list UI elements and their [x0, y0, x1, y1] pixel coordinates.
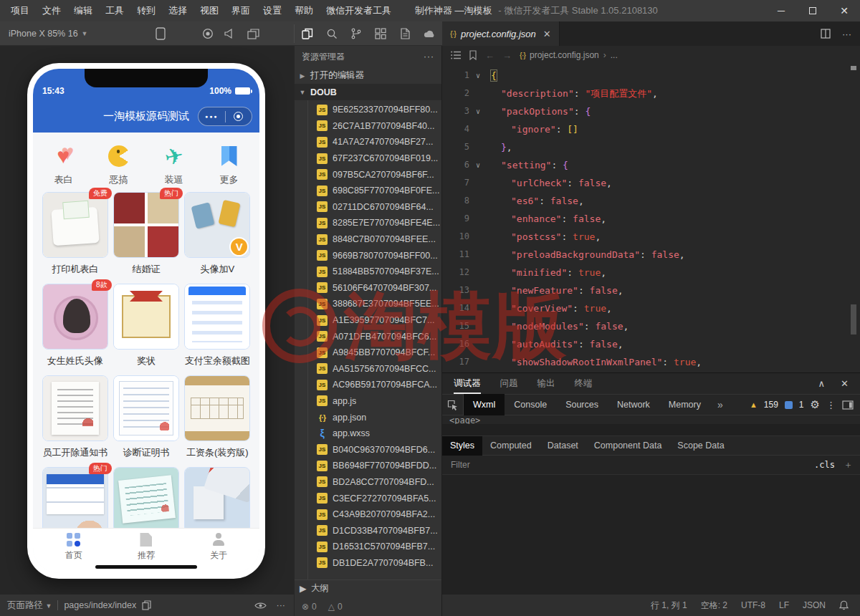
file-row[interactable]: JS698C85F7707094BF0FE... [295, 183, 441, 199]
template-card[interactable]: 热门结婚证 [111, 192, 181, 280]
template-card[interactable]: 诊断证明书 [111, 375, 181, 463]
file-row[interactable]: JS097B5CA2707094BF6F... [295, 166, 441, 183]
devtools-tab-network[interactable]: Network [608, 394, 659, 415]
panel-splitter[interactable] [442, 424, 860, 436]
styles-tab-component-data[interactable]: Component Data [586, 436, 670, 456]
inspect-element-icon[interactable] [442, 394, 464, 415]
file-row[interactable]: JS02711DC6707094BF64... [295, 199, 441, 216]
collapse-panel-icon[interactable]: ∧ [818, 378, 826, 389]
file-row[interactable]: JSBD2A8CC7707094BFD... [295, 474, 441, 491]
status-item[interactable]: UTF-8 [741, 600, 765, 610]
file-row[interactable]: JSC43A9B20707094BFA2... [295, 506, 441, 523]
menu-item[interactable]: 视图 [194, 4, 225, 17]
bookmark-icon[interactable] [469, 50, 477, 60]
styles-tab-computed[interactable]: Computed [482, 436, 540, 456]
more-dots-icon[interactable]: ●●● [199, 114, 225, 119]
devtools-tab-memory[interactable]: Memory [659, 394, 710, 415]
file-row[interactable]: JS67F237C6707094BF019... [295, 150, 441, 167]
problems-summary[interactable]: ⊗ 0 △ 0 [295, 597, 441, 616]
home-indicator[interactable] [95, 565, 197, 569]
status-item[interactable]: 空格: 2 [701, 600, 727, 612]
debugger-tab-调试器[interactable]: 调试器 [454, 373, 481, 394]
category-item[interactable]: 更多 [206, 143, 253, 186]
tab-project-config-json[interactable]: {·} project.config.json ✕ [442, 21, 560, 46]
file-row[interactable]: JSC3ECF272707094BFA5... [295, 490, 441, 506]
menu-item[interactable]: 项目 [4, 4, 36, 17]
template-card[interactable]: 员工开除通知书 [40, 375, 110, 463]
mute-icon[interactable] [222, 21, 236, 46]
dock-side-icon[interactable] [842, 400, 854, 410]
close-panel-icon[interactable]: ✕ [841, 378, 849, 389]
tabbar-item-tag[interactable]: 推荐 [121, 533, 171, 562]
file-row[interactable]: JSapp.js [295, 393, 441, 410]
file-row[interactable]: JS56106F64707094BF307... [295, 280, 441, 297]
copy-path-icon[interactable] [142, 600, 151, 610]
template-card[interactable]: 奖状 [111, 284, 181, 372]
outline-list-icon[interactable] [451, 51, 461, 59]
fold-icon[interactable]: ∨ [469, 156, 487, 174]
devtools-tab-wxml[interactable]: Wxml [464, 394, 505, 415]
message-flag-icon[interactable] [785, 401, 793, 409]
tabbar-item-home[interactable]: 首页 [49, 533, 99, 562]
back-arrow-icon[interactable]: ← [485, 50, 494, 61]
bell-icon[interactable] [839, 600, 849, 610]
debugger-tab-终端[interactable]: 终端 [575, 373, 593, 394]
status-item[interactable]: 行 1, 列 1 [651, 600, 687, 612]
debugger-tab-输出[interactable]: 输出 [538, 373, 555, 394]
menu-item[interactable]: 界面 [225, 4, 257, 17]
file-row[interactable]: JSBB6948F7707094BFDD... [295, 458, 441, 474]
file-row[interactable]: JS9669B780707094BFF00... [295, 247, 441, 264]
project-root-section[interactable]: ▼ DOUB [295, 84, 441, 100]
wxml-tree-row[interactable]: <page> [442, 415, 860, 424]
styles-tab-styles[interactable]: Styles [442, 436, 482, 456]
template-card[interactable]: 免费打印机表白 [40, 192, 110, 280]
file-row[interactable]: JSD1CD33B4707094BFB7... [295, 522, 441, 539]
open-editors-section[interactable]: ▶ 打开的编辑器 [295, 67, 441, 84]
menu-item[interactable]: 设置 [257, 4, 288, 17]
file-row[interactable]: JSA071DFB4707094BFC6... [295, 328, 441, 345]
styles-tab-dataset[interactable]: Dataset [540, 436, 586, 456]
debugger-tab-问题[interactable]: 问题 [500, 373, 518, 394]
file-row[interactable]: JS26C7A1B7707094BF40... [295, 118, 441, 135]
fold-icon[interactable]: ∨ [469, 102, 487, 120]
menu-item[interactable]: 文件 [36, 4, 67, 17]
eye-icon[interactable] [254, 602, 267, 610]
git-branch-icon[interactable] [349, 21, 363, 46]
more-dots-icon[interactable]: ··· [277, 600, 286, 610]
menu-item[interactable]: 编辑 [67, 4, 99, 17]
device-selector[interactable]: iPhone X 85% 16 ▼ [9, 21, 88, 46]
kebab-menu-icon[interactable]: ⋮ [826, 400, 836, 410]
file-row[interactable]: JSD16531C5707094BFB7... [295, 539, 441, 555]
cls-toggle[interactable]: .cls [814, 460, 835, 470]
page-path-dropdown[interactable]: 页面路径 ▼ [7, 600, 52, 612]
explorer-more-icon[interactable]: ··· [424, 52, 434, 62]
file-row[interactable]: JS8285E7E7707094BFE4E... [295, 215, 441, 231]
template-card[interactable]: 工资条(装穷版) [182, 375, 252, 463]
file-row[interactable]: JSB040C963707094BFD6... [295, 441, 441, 458]
file-row[interactable]: JS9E625233707094BFF80... [295, 102, 441, 118]
gear-icon[interactable]: ⚙ [811, 398, 820, 411]
category-item[interactable]: 恶搞 [95, 143, 143, 186]
breadcrumb[interactable]: {·} project.config.json › ... [520, 50, 618, 60]
category-item[interactable]: ♥表白 [40, 143, 87, 186]
file-row[interactable]: JSA9845BB7707094BFCF... [295, 345, 441, 361]
more-actions-icon[interactable]: ··· [842, 29, 851, 39]
menu-item[interactable]: 选择 [162, 4, 194, 17]
cloud-icon[interactable] [422, 21, 436, 46]
menu-item[interactable]: 工具 [99, 4, 130, 17]
file-row[interactable]: {·}app.json [295, 409, 441, 425]
record-icon[interactable] [201, 21, 215, 46]
minimize-button[interactable]: ─ [765, 0, 797, 21]
status-item[interactable]: JSON [803, 600, 826, 610]
template-card[interactable]: 8款女生姓氏头像 [40, 284, 110, 372]
file-row[interactable]: JS51884BB5707094BF37E... [295, 264, 441, 280]
close-icon[interactable]: ✕ [543, 29, 551, 39]
layout-grid-icon[interactable] [373, 21, 388, 46]
menu-item[interactable]: 帮助 [288, 4, 320, 17]
file-row[interactable]: JS388687E3707094BF5EE... [295, 296, 441, 312]
editor-scrollbar[interactable] [851, 304, 856, 335]
split-editor-icon[interactable] [821, 29, 831, 39]
exit-target-icon[interactable] [226, 112, 252, 121]
filter-input[interactable] [449, 459, 814, 471]
template-card[interactable]: 支付宝余额截图 [182, 284, 252, 372]
